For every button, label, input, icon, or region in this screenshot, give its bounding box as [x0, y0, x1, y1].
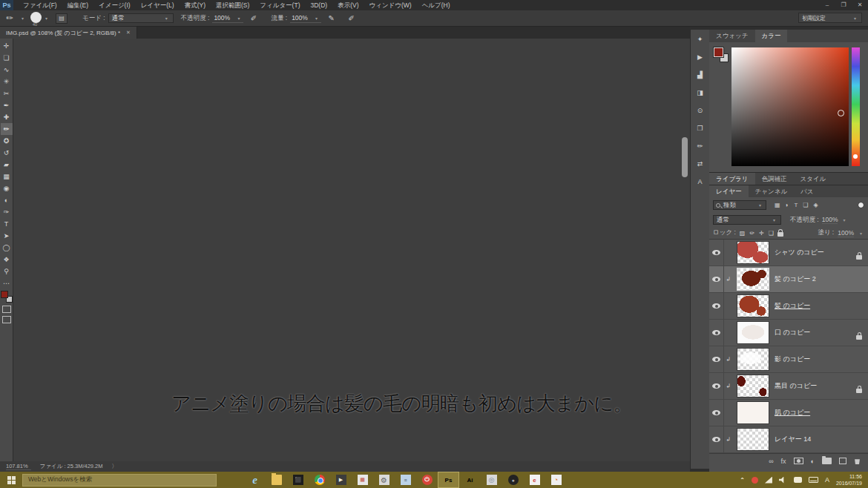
- layer-thumbnail[interactable]: [737, 375, 769, 397]
- layer-visibility-toggle[interactable]: [709, 400, 724, 426]
- eraser-tool[interactable]: ▰: [1, 159, 13, 171]
- brush-preset-picker[interactable]: [30, 12, 42, 23]
- layer-row[interactable]: ↳ レイヤー 14: [709, 426, 868, 453]
- action-center-icon[interactable]: [794, 477, 802, 483]
- menu-item[interactable]: 表示(V): [332, 0, 364, 10]
- delete-layer-icon[interactable]: [854, 458, 861, 464]
- network-icon[interactable]: [765, 477, 772, 484]
- filter-toggle[interactable]: [858, 202, 864, 208]
- layer-row[interactable]: シャツ のコピー: [709, 240, 868, 266]
- menu-item[interactable]: ファイル(F): [18, 0, 62, 10]
- layer-visibility-toggle[interactable]: [709, 346, 724, 373]
- menu-item[interactable]: ヘルプ(H): [417, 0, 456, 10]
- workspace-select[interactable]: 初期設定▾: [798, 13, 862, 23]
- layer-effects-icon[interactable]: fx: [781, 458, 786, 465]
- layer-thumbnail[interactable]: [737, 322, 769, 343]
- layer-name[interactable]: 黒目 のコピー: [775, 381, 817, 391]
- layer-visibility-toggle[interactable]: [709, 266, 724, 293]
- filter-adjustment-icon[interactable]: ◗: [786, 202, 789, 208]
- tab-ライブラリ[interactable]: ライブラリ: [709, 173, 755, 185]
- layer-thumbnail[interactable]: [737, 349, 769, 370]
- tab-スタイル[interactable]: スタイル: [794, 173, 833, 185]
- clock[interactable]: 11:562016/07/19: [836, 473, 862, 487]
- layer-visibility-toggle[interactable]: [709, 320, 724, 346]
- quick-mask-button[interactable]: [2, 306, 11, 313]
- histogram-icon[interactable]: ▟: [694, 71, 706, 81]
- layer-blend-mode-select[interactable]: 通常▾: [713, 215, 781, 225]
- layer-thumbnail[interactable]: [737, 429, 769, 450]
- menu-item[interactable]: 書式(Y): [180, 0, 211, 10]
- ime-indicator[interactable]: A: [825, 476, 829, 484]
- document-tab[interactable]: IMG.psd @ 108% (髪 のコピー 2, RGB/8) * ✕: [0, 27, 137, 39]
- info-icon[interactable]: ⊙: [694, 107, 706, 116]
- layer-row[interactable]: 髪 のコピー: [709, 293, 868, 320]
- tool-presets-icon[interactable]: ⇄: [694, 160, 706, 170]
- layer-row[interactable]: 肌 のコピー: [709, 400, 868, 426]
- menu-item[interactable]: イメージ(I): [93, 0, 136, 10]
- color-picker-marker[interactable]: [838, 110, 844, 116]
- airbrush-icon[interactable]: ✎: [326, 14, 337, 22]
- start-button[interactable]: [0, 472, 22, 488]
- lock-artboard-icon[interactable]: ❏: [769, 230, 774, 237]
- volume-icon[interactable]: [779, 477, 787, 484]
- lasso-tool[interactable]: ∿: [1, 64, 13, 76]
- taskbar-app-explorer[interactable]: [266, 472, 287, 488]
- typography-icon[interactable]: A: [694, 178, 706, 188]
- opacity-value[interactable]: 100%▾: [212, 13, 243, 23]
- lock-transparent-icon[interactable]: ▨: [740, 230, 746, 237]
- taskbar-app-settings[interactable]: ⚙: [373, 472, 395, 488]
- color-swatches[interactable]: [1, 291, 13, 303]
- layer-thumbnail[interactable]: [737, 295, 769, 317]
- layer-name[interactable]: 髪 のコピー: [775, 301, 810, 311]
- status-expand-icon[interactable]: 〉: [112, 463, 118, 470]
- layer-name[interactable]: 口 のコピー: [775, 328, 810, 337]
- taskbar-app-edge[interactable]: e: [244, 472, 266, 488]
- tray-notification-icon[interactable]: [752, 477, 758, 484]
- move-tool[interactable]: ✛: [1, 40, 13, 52]
- layer-visibility-toggle[interactable]: [709, 240, 724, 266]
- taskbar-app-swirl[interactable]: ◎: [481, 472, 502, 488]
- eyedropper-tool[interactable]: ✒: [1, 99, 13, 111]
- brush-tool[interactable]: ✏: [1, 123, 13, 135]
- taskbar-app-photoshop[interactable]: Ps: [438, 472, 459, 488]
- zoom-level[interactable]: 107.81%: [6, 463, 31, 470]
- taskbar-app-notes[interactable]: ≡: [395, 472, 416, 488]
- history-brush-tool[interactable]: ↺: [1, 147, 13, 159]
- taskbar-app-store[interactable]: ⬛: [287, 472, 309, 488]
- layer-row[interactable]: ↳ 髪 のコピー 2: [709, 266, 868, 293]
- filter-shape-icon[interactable]: ❏: [803, 202, 808, 208]
- tool-preset-caret-icon[interactable]: ▾: [22, 16, 24, 21]
- marquee-tool[interactable]: ❏: [1, 52, 13, 64]
- pressure-size-icon[interactable]: ✐: [346, 14, 357, 22]
- filter-type-icon[interactable]: T: [794, 202, 798, 208]
- layer-thumbnail[interactable]: [737, 242, 769, 263]
- tab-close-icon[interactable]: ✕: [126, 30, 131, 36]
- layer-row[interactable]: ↳ 黒目 のコピー: [709, 373, 868, 400]
- tab-パス[interactable]: パス: [794, 185, 820, 197]
- adjustment-layer-icon[interactable]: ◐: [811, 458, 815, 465]
- type-tool[interactable]: T: [1, 218, 13, 230]
- lock-all-icon[interactable]: [777, 232, 783, 237]
- clone-stamp-tool[interactable]: ✪: [1, 135, 13, 147]
- gradient-tool[interactable]: ▦: [1, 171, 13, 182]
- screen-mode-button[interactable]: [2, 316, 11, 323]
- pressure-opacity-icon[interactable]: ✐: [248, 14, 259, 22]
- path-select-tool[interactable]: ➤: [1, 230, 13, 242]
- layer-filter-select[interactable]: 種類 ▾: [713, 200, 766, 210]
- brush-tool-icon[interactable]: ✏: [0, 13, 19, 23]
- menu-item[interactable]: 編集(E): [62, 0, 93, 10]
- touch-keyboard-icon[interactable]: [809, 477, 818, 483]
- dodge-tool[interactable]: ◐: [1, 194, 13, 206]
- quick-selection-tool[interactable]: ✳: [1, 76, 13, 88]
- hue-slider[interactable]: [852, 47, 860, 166]
- layer-name[interactable]: 肌 のコピー: [775, 408, 810, 418]
- canvas-vertical-scrollbar[interactable]: [682, 137, 688, 177]
- link-layers-icon[interactable]: ∞: [769, 458, 773, 465]
- clone-source-icon[interactable]: ❐: [694, 125, 706, 134]
- brush-picker-caret-icon[interactable]: ▾: [45, 16, 47, 21]
- layer-mask-icon[interactable]: [794, 458, 803, 464]
- adjustments-icon[interactable]: ◨: [694, 89, 706, 99]
- saturation-brightness-field[interactable]: [731, 47, 849, 166]
- minimize-button[interactable]: –: [819, 0, 835, 10]
- brush-presets-icon[interactable]: ✏: [694, 142, 706, 152]
